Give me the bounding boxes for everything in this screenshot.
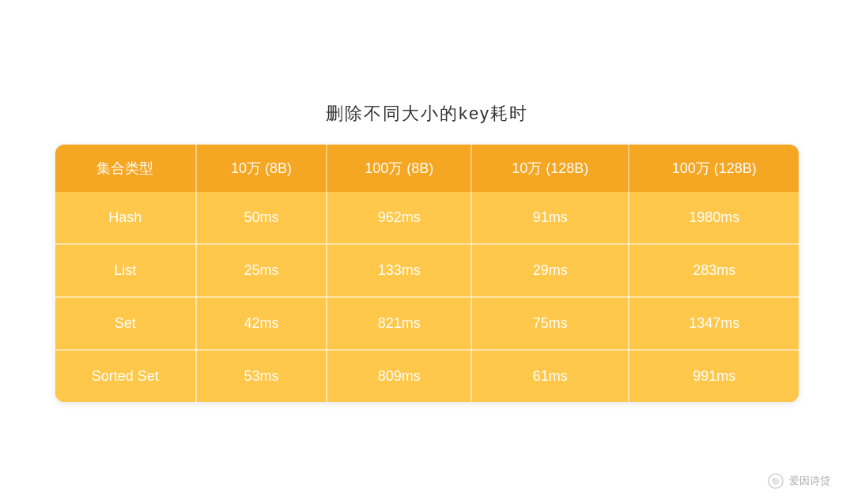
- table-row: Set42ms821ms75ms1347ms: [55, 297, 799, 350]
- cell-data: 29ms: [471, 244, 629, 297]
- cell-data: 1347ms: [629, 297, 799, 350]
- cell-data: 75ms: [471, 297, 629, 350]
- cell-data: 991ms: [629, 350, 799, 402]
- cell-type: List: [55, 244, 196, 297]
- table-row: List25ms133ms29ms283ms: [55, 244, 799, 297]
- cell-data: 91ms: [471, 192, 629, 244]
- header-col1: 10万 (8B): [196, 145, 327, 192]
- data-table: 集合类型 10万 (8B) 100万 (8B) 10万 (128B) 100万 …: [55, 145, 799, 402]
- cell-data: 50ms: [196, 192, 327, 244]
- cell-data: 25ms: [196, 244, 327, 297]
- cell-data: 821ms: [327, 297, 471, 350]
- cell-data: 42ms: [196, 297, 327, 350]
- header-type: 集合类型: [55, 145, 196, 192]
- header-col2: 100万 (8B): [327, 145, 471, 192]
- cell-type: Sorted Set: [55, 350, 196, 402]
- cell-data: 61ms: [471, 350, 629, 402]
- table-header-row: 集合类型 10万 (8B) 100万 (8B) 10万 (128B) 100万 …: [55, 145, 799, 192]
- table-row: Sorted Set53ms809ms61ms991ms: [55, 350, 799, 402]
- cell-data: 53ms: [196, 350, 327, 402]
- cell-type: Set: [55, 297, 196, 350]
- watermark: 爱因诗贷: [767, 472, 830, 490]
- cell-data: 283ms: [629, 244, 799, 297]
- table-row: Hash50ms962ms91ms1980ms: [55, 192, 799, 244]
- cell-data: 809ms: [327, 350, 471, 402]
- cell-data: 962ms: [327, 192, 471, 244]
- header-col3: 10万 (128B): [471, 145, 629, 192]
- watermark-text: 爱因诗贷: [789, 474, 830, 488]
- cell-type: Hash: [55, 192, 196, 244]
- page-title: 删除不同大小的key耗时: [326, 102, 528, 126]
- svg-point-1: [773, 478, 775, 480]
- header-col4: 100万 (128B): [629, 145, 799, 192]
- cell-data: 133ms: [327, 244, 471, 297]
- watermark-icon: [767, 472, 784, 490]
- cell-data: 1980ms: [629, 192, 799, 244]
